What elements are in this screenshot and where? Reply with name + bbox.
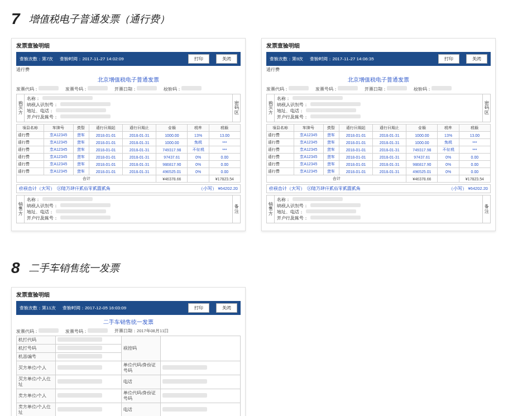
close-button[interactable]: 关闭 xyxy=(216,303,237,313)
card-title: 发票查验明细 xyxy=(266,42,491,50)
print-button[interactable]: 打印 xyxy=(188,54,209,64)
invoice-card-7b: 发票查验明细 查验次数：第9次 查验时间：2017-11-27 14:06:35… xyxy=(261,38,496,231)
invoice-meta: 发票代码： 发票号码： 开票日期： 校验码： xyxy=(266,86,491,92)
invoice-title: 北京增值税电子普通发票 xyxy=(266,76,491,84)
table-row: 通行费京A12345货车2018-01-012018-01-3197437.61… xyxy=(17,154,241,161)
table-row: 通行费京A12345货车2018-01-012018-01-311000.001… xyxy=(17,132,241,139)
section-8-header: 8 二手车销售统一发票 xyxy=(11,259,521,277)
section-8-number: 8 xyxy=(11,259,20,277)
table-row: 通行费京A12345货车2018-01-012018-01-31749317.9… xyxy=(17,146,241,154)
table-row: 通行费京A12345货车2018-01-012018-01-31749317.9… xyxy=(267,146,491,154)
card-toolbar: 查验次数：第7次 查验时间：2017-11-27 14:02:09 打印 关闭 xyxy=(16,52,241,66)
table-row: 通行费京A12345货车2018-01-012018-01-3197437.61… xyxy=(267,154,491,161)
invoice-title: 二手车销售统一发票 xyxy=(16,318,241,326)
table-row: 通行费京A12345货车2018-01-012018-01-311000.001… xyxy=(267,132,491,139)
close-button[interactable]: 关闭 xyxy=(466,54,487,64)
check-time: 查验时间：2017-11-27 14:06:35 xyxy=(310,56,373,62)
invoice-meta: 发票代码： 发票号码： 开票日期： 校验码： xyxy=(16,86,241,92)
table-row: 通行费京A12345货车2018-01-012018-01-311000.00免… xyxy=(17,139,241,146)
check-count: 查验次数：第11次 xyxy=(20,305,56,311)
table-row: 通行费京A12345货车2018-01-012018-01-31986817.9… xyxy=(17,161,241,168)
check-count: 查验次数：第9次 xyxy=(270,56,303,62)
table-row: 通行费京A12345货车2018-01-012018-01-31986817.9… xyxy=(267,161,491,168)
print-button[interactable]: 打印 xyxy=(188,303,209,313)
invoice-title: 北京增值税电子普通发票 xyxy=(16,76,241,84)
table-row: 通行费京A12345货车2018-01-012018-01-31496525.0… xyxy=(17,168,241,175)
items-table: 项目名称车牌号类型 通行日期起通行日期止 金额税率税额 通行费京A12345货车… xyxy=(16,124,241,183)
invoice-card-8: 发票查验明细 查验次数：第11次 查验时间：2017-12-05 16:03:0… xyxy=(11,287,246,416)
invoice-meta: 发票代码： 发票号码： 开票日期：2017年08月11日 xyxy=(16,328,241,334)
buyer-box: 购买方 名称： 纳税人识别号： 地址、电话： 开户行及账号： 密码区 xyxy=(16,94,241,122)
card-title: 发票查验明细 xyxy=(16,42,241,50)
section-8-title: 二手车销售统一发票 xyxy=(29,261,119,275)
section-7-header: 7 增值税电子普通发票（通行费） xyxy=(11,10,521,28)
price-tax-summary: 价税合计（大写） ⓧ陆万肆仟贰佰零贰圆贰角 （小写） ¥64202.20 xyxy=(266,184,491,193)
table-row: 通行费京A12345货车2018-01-012018-01-31496525.0… xyxy=(267,168,491,175)
card-title: 发票查验明细 xyxy=(16,291,241,299)
price-tax-summary: 价税合计（大写） ⓧ陆万肆仟贰佰零贰圆贰角 （小写） ¥64202.20 xyxy=(16,184,241,193)
section-8-cards: 发票查验明细 查验次数：第11次 查验时间：2017-12-05 16:03:0… xyxy=(11,287,521,416)
invoice-card-7a: 发票查验明细 查验次数：第7次 查验时间：2017-11-27 14:02:09… xyxy=(11,38,246,231)
print-button[interactable]: 打印 xyxy=(438,54,459,64)
tongxingfei-label: 通行费 xyxy=(16,67,30,73)
section-7-cards: 发票查验明细 查验次数：第7次 查验时间：2017-11-27 14:02:09… xyxy=(11,38,521,231)
seller-box: 销售方 名称： 纳税人识别号： 地址、电话： 开户行及账号： 备注 xyxy=(266,195,491,223)
close-button[interactable]: 关闭 xyxy=(216,54,237,64)
section-7-number: 7 xyxy=(11,10,20,28)
buyer-box: 购买方 名称： 纳税人识别号： 地址、电话： 开户行及账号： 密码区 xyxy=(266,94,491,122)
used-car-table: 机打代码 税控码 机打号码 机器编号 买方单位/个人 单位代码/身份证号码 买方… xyxy=(16,336,241,416)
check-time: 查验时间：2017-11-27 14:02:09 xyxy=(60,56,123,62)
check-count: 查验次数：第7次 xyxy=(20,56,53,62)
table-row: 通行费京A12345货车2018-01-012018-01-311000.00免… xyxy=(267,139,491,146)
card-toolbar: 查验次数：第9次 查验时间：2017-11-27 14:06:35 打印 关闭 xyxy=(266,52,491,66)
section-7-title: 增值税电子普通发票（通行费） xyxy=(29,12,170,26)
items-table: 项目名称车牌号类型 通行日期起通行日期止 金额税率税额 通行费京A12345货车… xyxy=(266,124,491,183)
card-toolbar: 查验次数：第11次 查验时间：2017-12-05 16:03:09 打印 关闭 xyxy=(16,301,241,315)
seller-box: 销售方 名称： 纳税人识别号： 地址、电话： 开户行及账号： 备注 xyxy=(16,195,241,223)
check-time: 查验时间：2017-12-05 16:03:09 xyxy=(63,305,126,311)
